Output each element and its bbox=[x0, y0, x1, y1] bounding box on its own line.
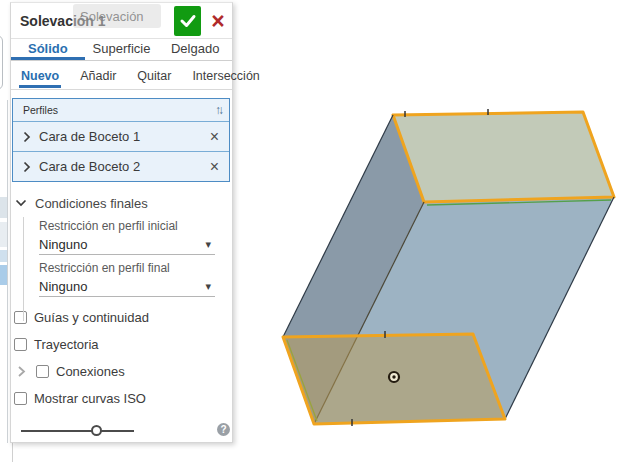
options-checkboxes: Guías y continuidad Trayectoria Conexion… bbox=[11, 304, 232, 412]
subtab-nuevo[interactable]: Nuevo bbox=[19, 63, 61, 88]
end-conditions-fields: Restricción en perfil inicial Ninguno ▾ … bbox=[11, 213, 232, 297]
chevron-down-icon bbox=[15, 198, 27, 208]
help-icon[interactable]: ? bbox=[217, 423, 230, 436]
dialog-header: Solevación 1 × bbox=[11, 3, 232, 39]
subtab-interseccion[interactable]: Intersección bbox=[190, 63, 261, 88]
confirm-button[interactable] bbox=[174, 6, 201, 36]
tab-delgado[interactable]: Delgado bbox=[158, 39, 232, 60]
cancel-button[interactable]: × bbox=[206, 6, 230, 36]
profile-item-cara-de-boceto-2[interactable]: Cara de Boceto 2 × bbox=[13, 151, 229, 181]
start-profile-condition-select[interactable]: Ninguno ▾ bbox=[39, 234, 215, 255]
end-conditions-label: Condiciones finales bbox=[35, 196, 148, 211]
subtab-quitar[interactable]: Quitar bbox=[135, 63, 173, 88]
show-iso-curves-row[interactable]: Mostrar curvas ISO bbox=[11, 385, 232, 412]
subtab-anadir[interactable]: Añadir bbox=[78, 63, 118, 88]
top-profile-face[interactable] bbox=[393, 112, 614, 202]
profile-item-label: Cara de Boceto 2 bbox=[39, 159, 210, 174]
path-row[interactable]: Trayectoria bbox=[11, 331, 232, 358]
show-iso-curves-checkbox[interactable] bbox=[14, 392, 27, 405]
app-canvas: Solevación 1 × Sólido Superficie Delgado… bbox=[0, 0, 635, 462]
tab-solido[interactable]: Sólido bbox=[11, 39, 85, 60]
remove-profile-icon[interactable]: × bbox=[210, 160, 219, 174]
body-type-tabs: Sólido Superficie Delgado bbox=[11, 39, 232, 61]
caret-down-icon: ▾ bbox=[205, 238, 215, 251]
origin-point-dot bbox=[392, 375, 395, 378]
guides-continuity-row[interactable]: Guías y continuidad bbox=[11, 304, 232, 331]
loft-feature-dialog: Solevación 1 × Sólido Superficie Delgado… bbox=[10, 2, 233, 443]
chevron-right-icon[interactable] bbox=[23, 161, 31, 173]
end-profile-condition-select[interactable]: Ninguno ▾ bbox=[39, 276, 215, 297]
boolean-mode-tabs: Nuevo Añadir Quitar Intersección bbox=[11, 61, 232, 90]
x-icon: × bbox=[211, 8, 224, 34]
sort-icon[interactable]: ↑↓ bbox=[215, 103, 221, 117]
start-profile-condition-label: Restricción en perfil inicial bbox=[39, 219, 215, 233]
checkbox-label: Conexiones bbox=[56, 364, 125, 379]
connections-checkbox[interactable] bbox=[36, 365, 49, 378]
path-checkbox[interactable] bbox=[14, 338, 27, 351]
checkbox-label: Guías y continuidad bbox=[34, 310, 149, 325]
profile-item-cara-de-boceto-1[interactable]: Cara de Boceto 1 × bbox=[13, 121, 229, 151]
checkmark-icon bbox=[179, 13, 197, 29]
selected-value: Ninguno bbox=[39, 279, 205, 294]
remove-profile-icon[interactable]: × bbox=[210, 130, 219, 144]
checkbox-label: Trayectoria bbox=[34, 337, 99, 352]
chevron-right-icon[interactable] bbox=[17, 365, 26, 378]
profiles-header: Perfiles ↑↓ bbox=[13, 99, 229, 121]
dialog-title: Solevación 1 bbox=[11, 13, 174, 29]
profile-item-label: Cara de Boceto 1 bbox=[39, 129, 210, 144]
profiles-label: Perfiles bbox=[23, 104, 215, 116]
checkbox-label: Mostrar curvas ISO bbox=[34, 391, 146, 406]
opacity-slider-handle[interactable] bbox=[91, 425, 102, 436]
chevron-right-icon[interactable] bbox=[23, 131, 31, 143]
indent-guide bbox=[23, 217, 24, 321]
opacity-slider-track[interactable] bbox=[21, 430, 134, 432]
end-conditions-section-header[interactable]: Condiciones finales bbox=[11, 193, 232, 213]
connections-row[interactable]: Conexiones bbox=[11, 358, 232, 385]
tab-superficie[interactable]: Superficie bbox=[85, 39, 159, 60]
profiles-selection-box: Perfiles ↑↓ Cara de Boceto 1 × Cara de B… bbox=[12, 98, 230, 182]
end-profile-condition-label: Restricción en perfil final bbox=[39, 261, 215, 275]
guides-continuity-checkbox[interactable] bbox=[14, 311, 27, 324]
caret-down-icon: ▾ bbox=[205, 280, 215, 293]
selected-value: Ninguno bbox=[39, 237, 205, 252]
